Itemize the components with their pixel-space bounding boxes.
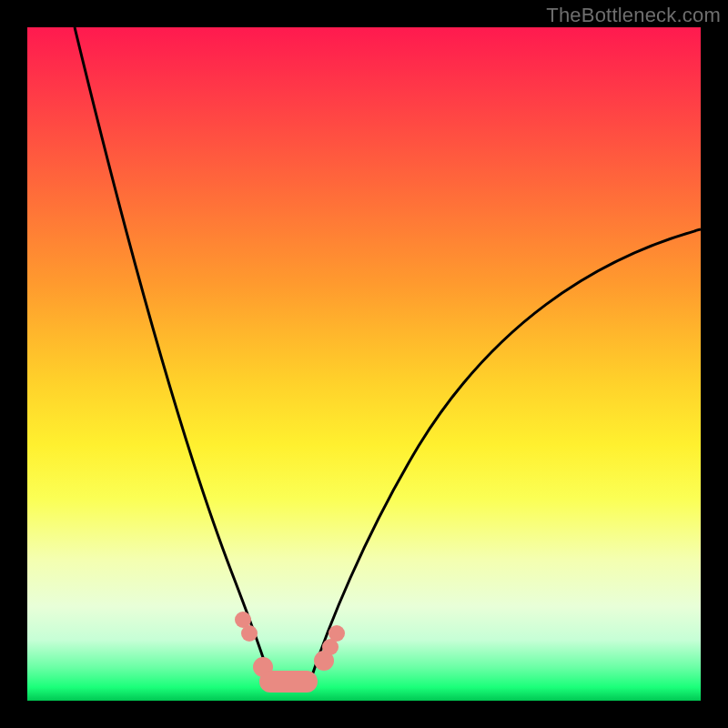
watermark-text: TheBottleneck.com — [546, 4, 721, 27]
marker-bead — [329, 625, 345, 642]
marker-bead — [241, 625, 258, 642]
curve-left-arm — [75, 27, 270, 681]
plot-wrap — [27, 27, 701, 701]
outer-frame: TheBottleneck.com — [0, 0, 728, 728]
curve-right-arm — [310, 229, 701, 681]
bottleneck-curve — [27, 27, 701, 701]
trough-bar — [259, 671, 318, 693]
